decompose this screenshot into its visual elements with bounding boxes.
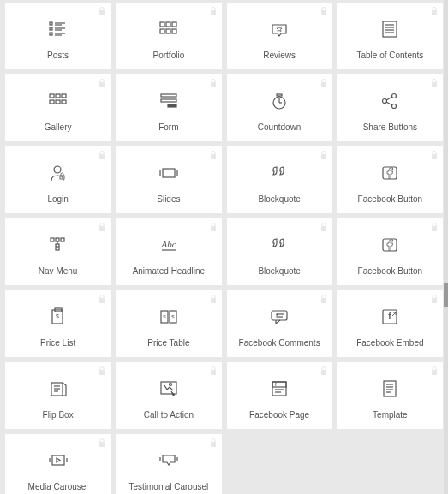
gallery-icon [47, 86, 69, 116]
widget-label: Facebook Button [355, 194, 427, 204]
lock-icon [430, 78, 439, 88]
widget-label: Template [369, 410, 411, 420]
lock-icon [98, 437, 106, 448]
widget-label: Blockquote [254, 194, 303, 204]
widget-label: Testimonial Carousel [125, 482, 212, 491]
widget-flip-box[interactable]: Flip Box [5, 362, 111, 429]
form-icon [158, 86, 180, 116]
lock-icon [320, 150, 328, 160]
media-carousel-icon [47, 446, 69, 475]
widget-portfolio[interactable]: Portfolio [116, 3, 221, 69]
lock-icon [320, 366, 328, 376]
lock-icon [430, 6, 439, 16]
fb-page-icon [268, 374, 290, 403]
widget-gallery[interactable]: Gallery [5, 74, 111, 141]
widget-posts[interactable]: Posts [5, 3, 111, 69]
widget-facebook-comments[interactable]: Facebook Comments [227, 290, 332, 357]
widget-label: Countdown [254, 122, 305, 132]
animated-headline-icon [158, 230, 180, 259]
fb-button-icon [379, 158, 401, 187]
widget-label: Animated Headline [129, 266, 209, 276]
widget-grid: PostsPortfolioReviewsTable of ContentsGa… [0, 0, 448, 494]
lock-icon [320, 78, 328, 88]
widget-label: Form [155, 122, 182, 132]
widget-slides[interactable]: Slides [116, 146, 221, 213]
widget-reviews[interactable]: Reviews [227, 3, 332, 69]
posts-icon [47, 15, 69, 44]
widget-label: Media Carousel [25, 482, 92, 491]
login-icon [47, 158, 69, 187]
widget-facebook-button-2[interactable]: Facebook Button [337, 218, 443, 285]
widget-label: Login [44, 194, 71, 204]
lock-icon [430, 150, 439, 160]
widget-animated-headline[interactable]: Animated Headline [116, 218, 221, 285]
widget-label: Portfolio [150, 51, 188, 60]
lock-icon [209, 6, 218, 16]
widget-label: Table of Contents [353, 51, 427, 60]
fb-button-icon [379, 230, 401, 259]
flip-box-icon [47, 374, 69, 403]
widget-label: Facebook Embed [353, 338, 427, 348]
lock-icon [320, 294, 328, 304]
widget-label: Facebook Page [246, 410, 313, 420]
price-list-icon [47, 302, 69, 331]
widget-testimonial-carousel[interactable]: Testimonial Carousel [116, 434, 221, 494]
widget-label: Price List [37, 338, 79, 348]
lock-icon [320, 6, 328, 16]
lock-icon [98, 222, 106, 232]
blockquote-icon [268, 158, 290, 187]
fb-comments-icon [268, 302, 290, 331]
lock-icon [209, 222, 218, 232]
widget-label: Call to Action [140, 410, 197, 420]
widget-blockquote-2[interactable]: Blockquote [227, 218, 332, 285]
lock-icon [98, 150, 106, 160]
widget-table-of-contents[interactable]: Table of Contents [337, 3, 443, 69]
widget-label: Posts [44, 51, 72, 60]
widget-login[interactable]: Login [5, 146, 111, 213]
testimonial-carousel-icon [158, 446, 180, 475]
cta-icon [158, 374, 180, 403]
widget-label: Reviews [260, 51, 299, 60]
lock-icon [320, 222, 328, 232]
price-table-icon [158, 302, 180, 331]
widget-price-table[interactable]: Price Table [116, 290, 221, 357]
lock-icon [209, 437, 218, 448]
toc-icon [379, 15, 401, 44]
widget-label: Gallery [41, 122, 75, 132]
scrollbar-thumb[interactable] [444, 283, 448, 307]
lock-icon [98, 366, 106, 376]
widget-blockquote[interactable]: Blockquote [227, 146, 332, 213]
template-icon [379, 374, 401, 403]
lock-icon [98, 6, 106, 16]
slides-icon [158, 158, 180, 187]
blockquote-icon [268, 230, 290, 259]
lock-icon [209, 294, 218, 304]
widget-facebook-embed[interactable]: Facebook Embed [337, 290, 443, 357]
widget-label: Flip Box [39, 410, 77, 420]
widget-label: Facebook Comments [236, 338, 324, 348]
widget-facebook-page[interactable]: Facebook Page [227, 362, 332, 429]
widget-share-buttons[interactable]: Share Buttons [337, 74, 443, 141]
lock-icon [209, 78, 218, 88]
widget-label: Facebook Button [355, 266, 427, 276]
widget-template[interactable]: Template [337, 362, 443, 429]
widget-facebook-button[interactable]: Facebook Button [337, 146, 443, 213]
widget-form[interactable]: Form [116, 74, 221, 141]
widget-media-carousel[interactable]: Media Carousel [5, 434, 111, 494]
lock-icon [209, 366, 218, 376]
lock-icon [98, 294, 106, 304]
countdown-icon [268, 86, 290, 116]
fb-embed-icon [379, 302, 401, 331]
widget-countdown[interactable]: Countdown [227, 74, 332, 141]
lock-icon [209, 150, 218, 160]
widget-price-list[interactable]: Price List [5, 290, 111, 357]
lock-icon [430, 294, 439, 304]
portfolio-icon [158, 15, 180, 44]
widget-nav-menu[interactable]: Nav Menu [5, 218, 111, 285]
widget-label: Slides [153, 194, 183, 204]
widget-label: Price Table [144, 338, 193, 348]
widget-call-to-action[interactable]: Call to Action [116, 362, 221, 429]
widget-label: Share Buttons [360, 122, 421, 132]
widget-label: Blockquote [254, 266, 303, 276]
scrollbar-track[interactable] [444, 0, 448, 494]
